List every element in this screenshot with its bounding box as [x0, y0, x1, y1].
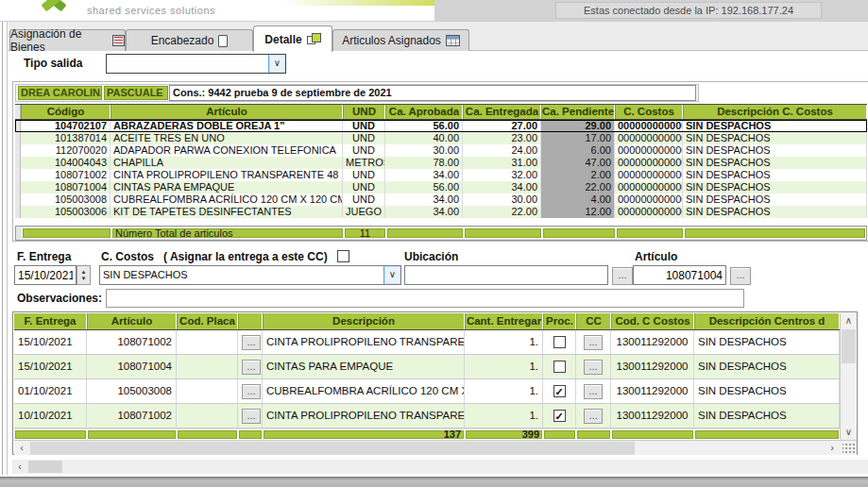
- cell-aprobada: 78.00: [385, 157, 463, 169]
- c-costos-combobox[interactable]: SIN DESPACHOS ∨: [99, 265, 401, 285]
- col-header-cant-entregar[interactable]: Cant. Entregar: [465, 313, 543, 329]
- observaciones-input[interactable]: [106, 289, 744, 308]
- cell-und: UND: [343, 132, 385, 144]
- chevron-down-icon[interactable]: ∨: [268, 55, 285, 73]
- ubicacion-input[interactable]: [404, 265, 608, 285]
- table-row[interactable]: 104004043 CHAPILLA METROS 78.00 31.00 47…: [15, 157, 867, 169]
- cell-desc-ccostos: SIN DESPACHOS: [683, 157, 867, 169]
- col-header-cod-placa[interactable]: Cod. Placa: [177, 313, 238, 329]
- cell-entregada: 34.00: [463, 181, 541, 193]
- table-row[interactable]: 108071004 CINTAS PARA EMPAQUE UND 56.00 …: [15, 181, 867, 193]
- col-header-und[interactable]: UND: [343, 105, 385, 119]
- proc-checkbox[interactable]: ✓: [553, 385, 566, 397]
- cc-browse-button[interactable]: ...: [584, 409, 603, 424]
- cc-browse-button[interactable]: ...: [584, 384, 603, 399]
- row-browse-button[interactable]: ...: [242, 360, 261, 375]
- cell-articulo: CINTA PROLIPROPILENO TRANSPARENTE 48 X 1…: [111, 169, 343, 181]
- form-horizontal-scrollbar[interactable]: ‹: [12, 460, 868, 474]
- ubicacion-browse-button[interactable]: ...: [612, 267, 633, 285]
- table-row[interactable]: 10/10/2021 108071002 ... CINTA PROLIPROP…: [14, 404, 840, 428]
- asignar-cc-checkbox[interactable]: [337, 250, 349, 262]
- scrollbar-thumb[interactable]: [842, 329, 856, 363]
- footer-cell: [464, 227, 542, 239]
- col-header-f-entrega[interactable]: F. Entrega: [14, 313, 87, 329]
- col-header-desc-ccostos[interactable]: Descripción C. Costos: [683, 105, 867, 119]
- horizontal-scrollbar[interactable]: ‹ ›: [14, 440, 857, 455]
- cc-browse-button[interactable]: ...: [584, 360, 603, 375]
- chevron-down-icon[interactable]: ∨: [383, 266, 400, 284]
- tab-label: Asignación de Bienes: [10, 27, 108, 54]
- tab-asignacion-de-bienes[interactable]: Asignación de Bienes: [9, 29, 126, 51]
- tab-encabezado[interactable]: Encabezado: [126, 29, 253, 51]
- f-entrega-input[interactable]: [14, 265, 77, 285]
- articulo-label: Artículo: [635, 250, 677, 263]
- consignee-bar: DREA CAROLINA PASCUALE Cons.: 9442 prueb…: [15, 84, 699, 102]
- col-header-proc[interactable]: Proc.: [543, 313, 576, 329]
- col-header-codigo[interactable]: Código: [21, 105, 111, 119]
- table-row[interactable]: 15/10/2021 108071002 ... CINTA PROLIPROP…: [14, 330, 840, 355]
- cell-pendiente: 17.00: [541, 132, 615, 144]
- table-row[interactable]: 105003008 CUBREALFOMBRA ACRÍLICO 120 CM …: [15, 193, 867, 206]
- tipo-salida-combobox[interactable]: ∨: [106, 54, 286, 74]
- scroll-left-icon[interactable]: ‹: [14, 441, 29, 455]
- cell-entregada: 32.00: [463, 169, 541, 181]
- table-row[interactable]: 101387014 ACEITE TRES EN UNO UND 40.00 2…: [15, 132, 867, 144]
- col-header-desc-centros[interactable]: Descripción Centros d: [694, 313, 840, 329]
- scroll-up-icon[interactable]: ∧: [841, 313, 857, 328]
- tab-articulos-asignados[interactable]: Articulos Asignados: [332, 29, 469, 51]
- col-header-articulo[interactable]: Artículo: [87, 313, 177, 329]
- footer-cell: [543, 429, 576, 440]
- col-header-articulo[interactable]: Artículo: [111, 105, 343, 119]
- tab-detalle[interactable]: Detalle: [253, 25, 332, 52]
- table-row[interactable]: 15/10/2021 108071004 ... CINTAS PARA EMP…: [14, 355, 840, 379]
- col-header-entregada[interactable]: Ca. Entregada: [463, 105, 541, 119]
- cell-und: JUEGO: [343, 206, 385, 218]
- table-row[interactable]: 01/10/2021 105003008 ... CUBREALFOMBRA A…: [14, 379, 840, 404]
- footer-cell: [14, 429, 87, 440]
- cc-browse-button[interactable]: ...: [584, 335, 603, 350]
- col-header-cod-c-costos[interactable]: Cod. C Costos: [611, 313, 694, 329]
- cell-articulo: ABRAZADERAS DOBLE OREJA 1": [111, 120, 343, 132]
- scrollbar-thumb[interactable]: [30, 442, 635, 455]
- cell-ccostos: 0000000000001: [615, 144, 683, 157]
- proc-checkbox[interactable]: [553, 336, 566, 348]
- date-spinner[interactable]: ▲ ▼: [77, 265, 91, 285]
- cell-pendiente: 29.00: [541, 120, 615, 132]
- cell-ccostos: 0000000000001: [615, 169, 683, 181]
- scrollbar-thumb[interactable]: [28, 461, 62, 473]
- proc-checkbox[interactable]: ✓: [553, 410, 566, 422]
- vertical-scrollbar[interactable]: ∧ ∨: [840, 313, 856, 440]
- cell-articulo: 108071002: [87, 404, 177, 428]
- articulo-browse-button[interactable]: ...: [730, 267, 751, 285]
- articulo-input[interactable]: [633, 265, 726, 285]
- tab-strip: Asignación de Bienes Encabezado Detalle …: [9, 22, 868, 51]
- scroll-left-icon[interactable]: ‹: [12, 460, 27, 474]
- f-entrega-label: F. Entrega: [17, 250, 71, 263]
- col-header-pendiente[interactable]: Ca. Pendiente: [541, 105, 615, 119]
- row-browse-button[interactable]: ...: [242, 335, 261, 350]
- row-browse-button[interactable]: ...: [242, 409, 261, 424]
- cell-pendiente: 2.00: [541, 169, 615, 181]
- cell-codigo: 108071004: [21, 181, 111, 193]
- table-row[interactable]: 105003006 KIT DE TAPETES DESINFECTANTES …: [15, 206, 867, 218]
- col-header-cc[interactable]: CC: [576, 313, 611, 329]
- resize-grip[interactable]: [842, 443, 856, 454]
- scroll-right-icon[interactable]: ›: [825, 441, 840, 455]
- cell-cod-c-costos: 130011292000: [611, 355, 694, 378]
- col-header-aprobada[interactable]: Ca. Aprobada: [385, 105, 463, 119]
- table-row[interactable]: 112070020 ADAPADOR PARWA CONEXION TELEFO…: [15, 144, 867, 157]
- cell-codigo: 108071002: [21, 169, 111, 181]
- spinner-down-icon[interactable]: ▼: [81, 276, 87, 282]
- table-row[interactable]: 108071002 CINTA PROLIPROPILENO TRANSPARE…: [15, 169, 867, 181]
- row-browse-button[interactable]: ...: [242, 384, 261, 399]
- proc-checkbox[interactable]: [553, 361, 566, 373]
- col-header-ccostos[interactable]: C. Costos: [615, 105, 683, 119]
- spinner-up-icon[interactable]: ▲: [81, 269, 87, 276]
- footer-cell: [386, 227, 464, 239]
- table-row[interactable]: 104702107 ABRAZADERAS DOBLE OREJA 1" UND…: [15, 120, 867, 132]
- window-bottom-frame: [0, 477, 868, 487]
- scroll-down-icon[interactable]: ∨: [841, 425, 857, 440]
- tab-label: Articulos Asignados: [342, 34, 441, 47]
- footer-desc-total: 137: [263, 429, 465, 440]
- col-header-descripcion[interactable]: Descripción: [263, 313, 465, 329]
